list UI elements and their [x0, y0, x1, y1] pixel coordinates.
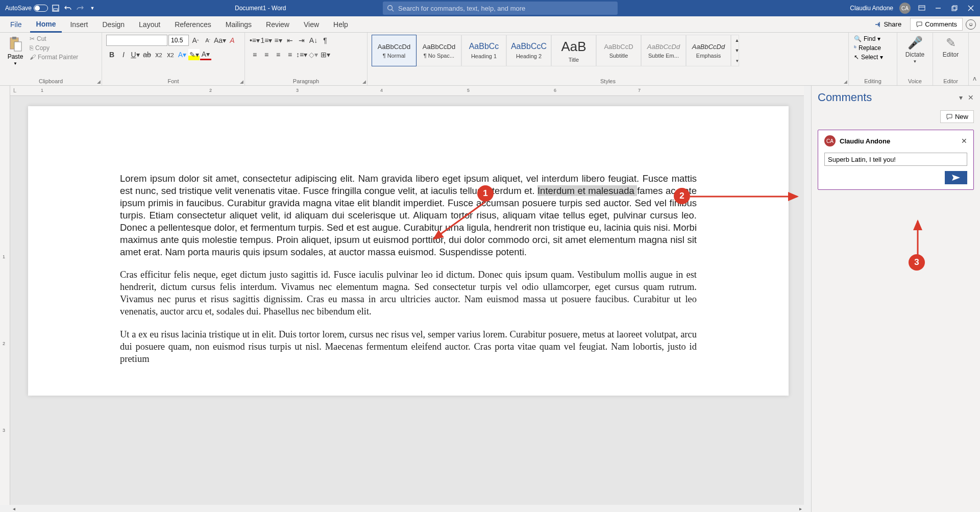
dialog-launcher-icon[interactable]: ◢: [240, 79, 243, 84]
dialog-launcher-icon[interactable]: ◢: [97, 79, 101, 84]
justify-icon[interactable]: ≡: [284, 49, 296, 60]
style-title[interactable]: AaBTitle: [551, 35, 596, 66]
send-comment-button[interactable]: [945, 171, 967, 184]
align-center-icon[interactable]: ≡: [261, 49, 272, 60]
style-subtle-em[interactable]: AaBbCcDdSubtle Em...: [641, 35, 686, 66]
dialog-launcher-icon[interactable]: ◢: [844, 79, 847, 84]
style-normal[interactable]: AaBbCcDd¶ Normal: [372, 35, 416, 66]
outdent-icon[interactable]: ⇤: [284, 35, 296, 46]
tab-review[interactable]: Review: [260, 17, 296, 32]
cut-button[interactable]: ✂Cut: [29, 35, 79, 43]
tab-references[interactable]: References: [168, 17, 217, 32]
show-marks-icon[interactable]: ¶: [320, 35, 331, 46]
paragraph-1[interactable]: Lorem ipsum dolor sit amet, consectetur …: [120, 173, 697, 258]
borders-icon[interactable]: ⊞▾: [320, 49, 331, 60]
maximize-icon[interactable]: [949, 3, 960, 13]
strikethrough-button[interactable]: ab: [141, 49, 153, 60]
numbering-icon[interactable]: 1≡▾: [261, 35, 272, 46]
copy-button[interactable]: ⎘Copy: [29, 44, 79, 52]
line-spacing-icon[interactable]: ↕≡▾: [296, 49, 307, 60]
shrink-font-icon[interactable]: Aˇ: [202, 35, 213, 46]
styles-gallery[interactable]: AaBbCcDd¶ Normal AaBbCcDd¶ No Spac... Aa…: [372, 35, 844, 66]
save-icon[interactable]: [51, 4, 60, 13]
scroll-left-icon[interactable]: ◂: [10, 505, 17, 512]
multilevel-icon[interactable]: ≡▾: [273, 35, 284, 46]
ruler-vertical[interactable]: 1 2 3: [0, 86, 10, 505]
tab-home[interactable]: Home: [30, 17, 62, 33]
svg-line-3: [392, 10, 394, 12]
dictate-button[interactable]: 🎤 Dictate▼: [901, 35, 928, 65]
shading-icon[interactable]: ◇▾: [308, 49, 319, 60]
user-avatar[interactable]: CA: [899, 3, 911, 14]
tab-insert[interactable]: Insert: [64, 17, 94, 32]
superscript-button[interactable]: x2: [165, 49, 176, 60]
format-painter-button[interactable]: 🖌Format Painter: [29, 53, 79, 61]
style-nospacing[interactable]: AaBbCcDd¶ No Spac...: [416, 35, 461, 66]
style-emphasis[interactable]: AaBbCcDdEmphasis: [686, 35, 731, 66]
paragraph-2[interactable]: Cras efficitur felis neque, eget dictum …: [120, 269, 697, 318]
grow-font-icon[interactable]: A^: [190, 35, 201, 46]
font-family-combo[interactable]: [106, 35, 167, 46]
scrollbar-vertical[interactable]: [804, 96, 811, 505]
sort-icon[interactable]: A↓: [308, 35, 319, 46]
search-box[interactable]: Search for commands, text, help, and mor…: [383, 2, 618, 15]
comment-input[interactable]: [824, 153, 967, 166]
share-button[interactable]: Share: [869, 18, 907, 31]
replace-button[interactable]: ᵇReplace: [853, 44, 893, 52]
paste-button[interactable]: Paste▼: [4, 35, 27, 67]
comment-close-icon[interactable]: ✕: [961, 137, 967, 145]
page[interactable]: Lorem ipsum dolor sit amet, consectetur …: [28, 106, 789, 396]
qat-customize-icon[interactable]: ▼: [88, 4, 97, 13]
align-right-icon[interactable]: ≡: [273, 49, 284, 60]
document-area[interactable]: Lorem ipsum dolor sit amet, consectetur …: [10, 96, 804, 505]
undo-icon[interactable]: [63, 4, 72, 13]
user-name[interactable]: Claudiu Andone: [850, 5, 893, 12]
tab-selector[interactable]: L: [13, 87, 16, 93]
pane-menu-icon[interactable]: ▾: [959, 93, 963, 102]
styles-down-icon[interactable]: ▼: [731, 45, 743, 56]
tab-design[interactable]: Design: [96, 17, 131, 32]
new-comment-button[interactable]: New: [940, 110, 974, 123]
font-color-icon[interactable]: A▾: [200, 49, 211, 60]
text-effects-icon[interactable]: A▾: [177, 49, 188, 60]
italic-button[interactable]: I: [118, 49, 129, 60]
redo-icon[interactable]: [76, 4, 85, 13]
highlight-icon[interactable]: ✎▾: [188, 49, 200, 60]
align-left-icon[interactable]: ≡: [249, 49, 260, 60]
find-button[interactable]: 🔍Find ▾: [853, 35, 893, 43]
style-subtitle[interactable]: AaBbCcDSubtitle: [596, 35, 641, 66]
scrollbar-horizontal[interactable]: ◂ ▸: [10, 505, 804, 512]
ruler-horizontal[interactable]: L 1 2 3 4 5 6 7: [10, 86, 804, 96]
pane-close-icon[interactable]: ✕: [968, 93, 974, 102]
indent-icon[interactable]: ⇥: [296, 35, 307, 46]
styles-up-icon[interactable]: ▲: [731, 35, 743, 45]
underline-button[interactable]: U▾: [130, 49, 141, 60]
editor-button[interactable]: ✎ Editor: [937, 35, 964, 59]
select-button[interactable]: ↖Select ▾: [853, 53, 893, 61]
styles-more-icon[interactable]: ▾: [731, 56, 743, 66]
paragraph-3[interactable]: Ut a ex eu risus lacinia tristique ut in…: [120, 328, 697, 365]
close-icon[interactable]: [966, 3, 976, 13]
collapse-ribbon-icon[interactable]: ʌ: [973, 75, 976, 82]
subscript-button[interactable]: x2: [153, 49, 164, 60]
tab-file[interactable]: File: [4, 17, 28, 32]
change-case-icon[interactable]: Aa▾: [214, 35, 226, 46]
font-size-combo[interactable]: [168, 35, 189, 46]
selected-text[interactable]: Interdum et malesuada: [537, 185, 637, 196]
style-heading2[interactable]: AaBbCcCHeading 2: [506, 35, 551, 66]
tab-layout[interactable]: Layout: [133, 17, 166, 32]
clear-format-icon[interactable]: A: [227, 35, 238, 46]
minimize-icon[interactable]: [933, 3, 943, 13]
bullets-icon[interactable]: •≡▾: [249, 35, 260, 46]
dialog-launcher-icon[interactable]: ◢: [362, 79, 366, 84]
style-heading1[interactable]: AaBbCcHeading 1: [461, 35, 506, 66]
comments-button[interactable]: Comments: [910, 18, 963, 31]
scroll-right-icon[interactable]: ▸: [797, 505, 804, 512]
bold-button[interactable]: B: [106, 49, 117, 60]
tab-help[interactable]: Help: [327, 17, 354, 32]
autosave-toggle[interactable]: AutoSave: [5, 5, 48, 12]
ribbon-display-icon[interactable]: [917, 3, 927, 13]
feedback-icon[interactable]: ☺: [966, 19, 976, 30]
tab-view[interactable]: View: [298, 17, 325, 32]
tab-mailings[interactable]: Mailings: [219, 17, 258, 32]
